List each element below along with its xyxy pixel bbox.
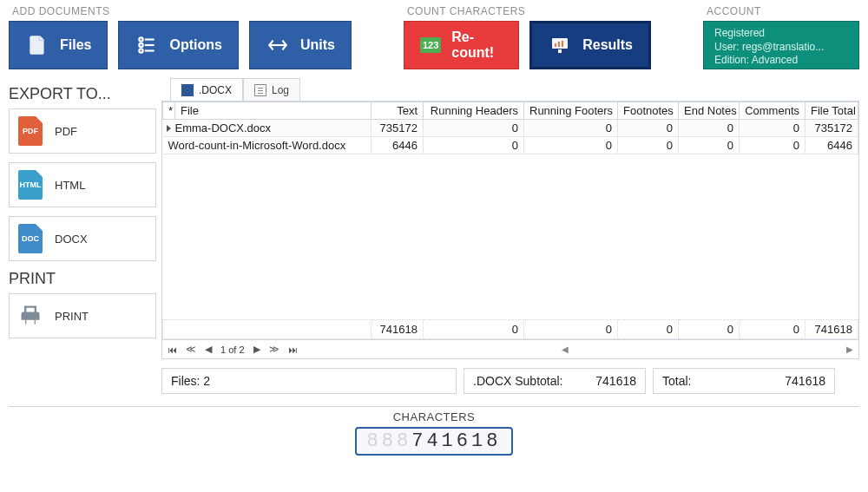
units-icon: [266, 33, 290, 57]
word-icon: [181, 84, 194, 96]
account-box[interactable]: Registered User: regs@translatio... Edit…: [703, 21, 859, 69]
col-footnotes[interactable]: Footnotes: [618, 102, 679, 120]
export-docx-label: DOCX: [55, 233, 88, 246]
cell-file: Emma-DOCX.docx: [163, 120, 372, 137]
col-text[interactable]: Text: [372, 102, 424, 120]
export-docx-button[interactable]: DOC DOCX: [9, 216, 156, 261]
ribbon: ADD DOCUMENTS Files Options Units: [0, 0, 868, 69]
svg-point-2: [140, 43, 143, 47]
export-html-button[interactable]: HTML HTML: [9, 162, 156, 207]
pager-prev-page-icon[interactable]: ≪: [186, 344, 196, 355]
pager-scroll-left-icon[interactable]: ◀: [562, 344, 569, 354]
pager-status: 1 of 2: [220, 344, 245, 355]
grid-panel: * File Text Running Headers Running Foot…: [161, 101, 859, 359]
cell-text: 735172: [372, 120, 424, 137]
options-button[interactable]: Options: [118, 21, 238, 69]
ribbon-title-account: ACCOUNT: [707, 5, 859, 17]
pager: ⏮ ≪ ◀ 1 of 2 ▶ ≫ ⏭ ◀ ▶: [162, 339, 858, 358]
col-comments[interactable]: Comments: [740, 102, 806, 120]
cell-rh: 0: [424, 120, 524, 137]
ribbon-group-add-documents: ADD DOCUMENTS Files Options Units: [9, 0, 352, 69]
characters-counter: 888741618: [355, 427, 514, 456]
export-pdf-label: PDF: [55, 125, 77, 138]
summary-files-value: 2: [203, 374, 210, 388]
col-running-headers[interactable]: Running Headers: [424, 102, 524, 120]
main: .DOCX Log * File Text: [161, 78, 859, 394]
summary-subtotal-label: .DOCX Subtotal:: [473, 374, 563, 388]
print-button-label: PRINT: [55, 310, 89, 323]
cell-endnotes: 0: [679, 120, 740, 137]
summary-subtotal: .DOCX Subtotal: 741618: [464, 368, 646, 394]
cell-rf: 0: [524, 120, 618, 137]
results-button-label: Results: [582, 37, 633, 53]
print-button[interactable]: PRINT: [9, 293, 156, 338]
pager-scroll-right-icon[interactable]: ▶: [846, 344, 853, 354]
tab-docx[interactable]: .DOCX: [170, 78, 243, 101]
summary-total: Total: 741618: [653, 368, 835, 394]
summary-total-value: 741618: [785, 374, 825, 388]
col-endnotes[interactable]: End Notes: [679, 102, 740, 120]
characters-pad: 888: [367, 430, 412, 452]
col-file-total[interactable]: File Total: [806, 102, 858, 120]
footer-rh: 0: [424, 320, 524, 339]
export-pdf-button[interactable]: PDF PDF: [9, 108, 156, 154]
svg-rect-9: [558, 42, 560, 47]
log-icon: [254, 84, 266, 96]
cell-rh: 0: [424, 137, 524, 154]
col-running-footers[interactable]: Running Footers: [524, 102, 618, 120]
pager-next-page-icon[interactable]: ≫: [269, 344, 279, 355]
footer-text: 741618: [372, 320, 424, 339]
recount-button-label: Re-count!: [451, 30, 503, 61]
footer-endnotes: 0: [679, 320, 740, 339]
summary-bar: Files: 2 .DOCX Subtotal: 741618 Total: 7…: [161, 368, 859, 394]
results-button[interactable]: Results: [529, 21, 651, 69]
grid-body: * File Text Running Headers Running Foot…: [162, 102, 858, 319]
results-icon: [548, 33, 572, 57]
tab-log[interactable]: Log: [243, 78, 300, 101]
summary-files-label: Files:: [171, 374, 200, 388]
export-title: EXPORT TO...: [9, 85, 156, 103]
tab-docx-label: .DOCX: [199, 84, 232, 96]
results-table: * File Text Running Headers Running Foot…: [162, 102, 858, 154]
sidebar: EXPORT TO... PDF PDF HTML HTML DOC DOCX …: [9, 78, 156, 394]
svg-rect-11: [558, 49, 562, 53]
svg-point-4: [140, 49, 143, 52]
footer-comments: 0: [740, 320, 806, 339]
cell-footnotes: 0: [618, 137, 679, 154]
export-html-label: HTML: [55, 179, 85, 192]
options-icon: [135, 33, 159, 57]
table-row[interactable]: Word-count-in-Microsoft-Word.docx 6446 0…: [163, 137, 858, 154]
tab-log-label: Log: [272, 84, 289, 96]
characters-display: CHARACTERS 888741618: [0, 410, 868, 456]
pager-prev-icon[interactable]: ◀: [205, 344, 212, 355]
units-button[interactable]: Units: [249, 21, 352, 69]
recount-button[interactable]: 123 Re-count!: [404, 21, 519, 69]
cell-total: 735172: [806, 120, 858, 137]
footer-footnotes: 0: [618, 320, 679, 339]
files-button-label: Files: [60, 37, 91, 53]
html-icon: HTML: [18, 170, 43, 200]
row-selector-header[interactable]: *: [163, 102, 175, 120]
col-file[interactable]: File: [175, 102, 372, 120]
files-button[interactable]: Files: [9, 21, 108, 69]
ribbon-group-account: ACCOUNT Registered User: regs@translatio…: [703, 0, 859, 69]
pager-next-icon[interactable]: ▶: [253, 344, 260, 355]
cell-comments: 0: [740, 137, 806, 154]
files-icon: [25, 33, 49, 57]
characters-value: 741618: [411, 430, 501, 452]
svg-rect-8: [555, 43, 556, 47]
pager-last-icon[interactable]: ⏭: [288, 344, 298, 355]
recount-icon: 123: [420, 33, 441, 57]
cell-text: 6446: [372, 137, 424, 154]
divider: [9, 406, 859, 407]
footer-spacer: [163, 320, 372, 339]
summary-total-label: Total:: [662, 374, 691, 388]
printer-icon: [18, 303, 43, 330]
svg-rect-10: [562, 41, 563, 47]
table-row[interactable]: Emma-DOCX.docx 735172 0 0 0 0 0 735172: [163, 120, 858, 137]
cell-rf: 0: [524, 137, 618, 154]
pager-first-icon[interactable]: ⏮: [168, 344, 177, 355]
account-status: Registered: [714, 27, 848, 41]
pdf-icon: PDF: [18, 116, 43, 146]
docx-icon: DOC: [18, 224, 43, 253]
